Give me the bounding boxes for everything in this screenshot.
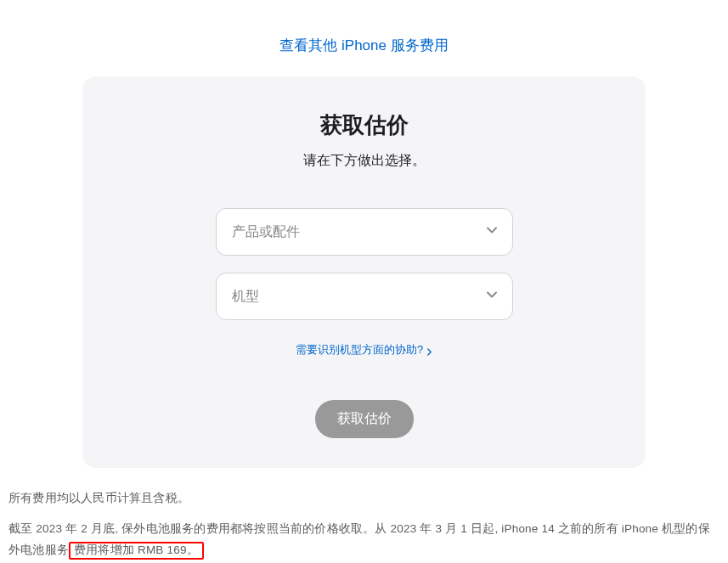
product-select-placeholder: 产品或配件 <box>232 223 300 241</box>
footer-line-1: 所有费用均以人民币计算且含税。 <box>8 488 720 509</box>
get-estimate-button[interactable]: 获取估价 <box>315 400 414 438</box>
other-services-link[interactable]: 查看其他 iPhone 服务费用 <box>279 37 448 53</box>
chevron-down-icon <box>487 227 497 237</box>
chevron-down-icon <box>487 291 497 301</box>
product-select-wrapper: 产品或配件 <box>216 208 513 256</box>
card-subtitle: 请在下方做出选择。 <box>82 152 646 170</box>
product-select[interactable]: 产品或配件 <box>216 208 513 256</box>
card-title: 获取估价 <box>82 110 646 140</box>
model-select-placeholder: 机型 <box>232 288 259 306</box>
model-select-wrapper: 机型 <box>216 273 513 320</box>
chevron-right-icon <box>426 346 432 354</box>
footer-line-2: 截至 2023 年 2 月底, 保外电池服务的费用都将按照当前的价格收取。从 2… <box>8 519 720 560</box>
estimate-card: 获取估价 请在下方做出选择。 产品或配件 机型 需要识别机型方面的协助? 获取估… <box>82 76 646 468</box>
help-link-text: 需要识别机型方面的协助? <box>296 342 423 358</box>
price-increase-highlight: 费用将增加 RMB 169。 <box>69 542 204 560</box>
model-select[interactable]: 机型 <box>216 273 513 320</box>
top-link-container: 查看其他 iPhone 服务费用 <box>0 0 728 76</box>
model-help-link[interactable]: 需要识别机型方面的协助? <box>296 342 432 358</box>
submit-container: 获取估价 <box>82 400 646 438</box>
footer-notes: 所有费用均以人民币计算且含税。 截至 2023 年 2 月底, 保外电池服务的费… <box>0 468 728 560</box>
